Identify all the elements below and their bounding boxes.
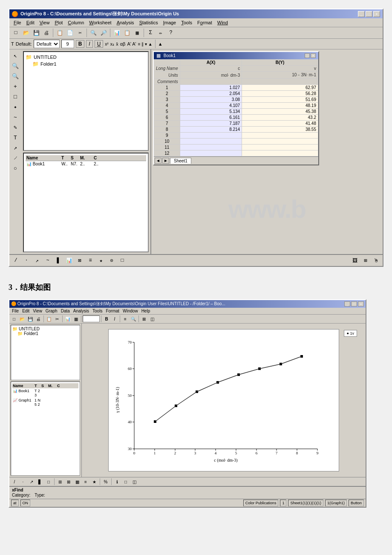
stb-table[interactable]: ▦ [72,315,80,323]
stb-bold[interactable]: B [103,315,110,323]
cell-a6[interactable]: 6.161 [180,115,242,121]
sheet1-tab[interactable]: Sheet1 [170,158,191,164]
copy-button[interactable]: 📋 [55,28,64,38]
stb-align[interactable]: ≡ [121,315,129,323]
close-button[interactable]: × [373,11,380,17]
menu-edit[interactable]: Edit [24,19,37,26]
stb-extra1[interactable]: ⊠ [140,315,148,323]
book-close[interactable]: × [311,53,316,58]
menu-worksheet[interactable]: Worksheet [86,19,114,26]
cell-b4[interactable]: 48.19 [242,103,318,109]
long-name-b[interactable]: v [242,66,318,72]
col-b-header[interactable]: B(Y) [242,60,318,66]
new-button[interactable]: □ [11,28,20,38]
sl-row-graph1[interactable]: 📈 Graph1 1 N 5 2 [12,398,78,407]
sbt-line[interactable]: / [11,478,18,486]
menu-format[interactable]: Format [195,19,215,26]
save-button[interactable]: 💾 [32,28,41,38]
arrow-tool[interactable]: ↗ [11,143,20,153]
folder1-item[interactable]: 📁 Folder1 [26,61,146,67]
sm-graph[interactable]: Graph [44,308,59,314]
cell-b1[interactable]: 62.97 [242,85,318,91]
sm-help[interactable]: Help [140,308,152,314]
menu-plot[interactable]: Plot [52,19,65,26]
rect-tool[interactable]: □ [11,92,20,101]
zoom-in-button[interactable]: 🔍 [89,28,98,38]
sl-row-book1[interactable]: 📊 Book1 T 2 3 [12,388,78,398]
menu-view[interactable]: View [37,19,52,26]
sw-min[interactable]: _ [344,301,350,306]
cell-a11[interactable] [180,145,242,150]
menu-window[interactable]: Wind [215,19,231,26]
bt-right2[interactable]: ⊞ [361,256,370,265]
cell-a2[interactable]: 2.054 [180,91,242,97]
cell-a8[interactable]: 8.214 [180,127,242,133]
stb-italic[interactable]: I [111,315,118,323]
restore-button[interactable]: □ [366,11,372,17]
sw-root[interactable]: 📁 UNTITLED [12,327,78,331]
cell-b7[interactable]: 41.48 [242,121,318,127]
draw-tool[interactable]: ✎ [11,123,20,132]
cell-b8[interactable]: 38.55 [242,127,318,133]
line-tool[interactable]: ⟋ [11,153,20,163]
cut-button[interactable]: ✂ [75,28,85,38]
help-button[interactable]: ? [166,28,176,38]
cell-a4[interactable]: 4.107 [180,103,242,109]
stb-extra2[interactable]: ◫ [148,315,156,323]
bt-circle[interactable]: ⊙ [107,256,116,265]
bt-bar[interactable]: ▋ [54,256,63,265]
list-row[interactable]: 📊 Book1 W.. N7. 2.. 2.. [26,161,146,167]
sbt-r2[interactable]: ⊠ [65,478,72,486]
stb-print[interactable]: 🖨 [35,315,42,323]
open-button[interactable]: 📂 [21,28,31,38]
project-root[interactable]: 📁 UNTITLED [26,54,146,61]
sm-format[interactable]: Format [104,308,121,314]
sm-analysis[interactable]: Analysis [72,308,91,314]
menu-file[interactable]: File [11,19,24,26]
cell-b9[interactable] [242,133,318,139]
sheet-prev-button[interactable]: ◀ [155,158,161,164]
sw-close[interactable]: × [358,301,364,306]
sm-file[interactable]: File [10,308,20,314]
pointer-tool[interactable]: ↖ [11,51,20,61]
menu-tools[interactable]: Tools [179,19,195,26]
units-b[interactable]: 10－3N· m-1 [242,72,318,79]
cell-b3[interactable]: 51.69 [242,97,318,103]
italic-button[interactable]: I [86,40,92,48]
bt-right1[interactable]: 🖼 [350,256,360,265]
cell-a9[interactable] [180,133,242,139]
sbt-r1[interactable]: ⊞ [56,478,64,486]
col-a-header[interactable]: A(X) [180,60,242,66]
units-a[interactable]: mol· dm-3 [180,72,242,79]
bt-box[interactable]: ⊠ [75,256,84,265]
cell-b6[interactable]: 43.2 [242,115,318,121]
script-button[interactable]: ✏ [156,28,165,38]
cell-b5[interactable]: 45.38 [242,109,318,115]
stb-copy[interactable]: 📋 [45,315,53,323]
cell-b2[interactable]: 56.28 [242,91,318,97]
bt-curve[interactable]: ~ [43,256,52,265]
bt-dot[interactable]: · [22,256,31,265]
minimize-button[interactable]: _ [358,11,365,17]
font-selector[interactable]: Default [34,40,60,48]
comments-b[interactable] [242,79,318,85]
graph-button[interactable]: 📊 [112,28,121,38]
ellipse-tool[interactable]: ○ [11,164,20,173]
stb-open[interactable]: 📂 [18,315,26,323]
color-button[interactable]: ▲ [158,41,163,46]
sbt-r3[interactable]: ▦ [73,478,81,486]
zoom-tool[interactable]: 🔍 [11,61,20,71]
sw-folder1[interactable]: 📁 Folder1 [12,331,78,336]
sm-window[interactable]: Window [121,308,140,314]
bt-square[interactable]: □ [118,256,127,265]
bt-right3[interactable]: 🖱 [372,256,381,265]
sbt-arrow[interactable]: ↗ [28,478,35,486]
print-button[interactable]: 🖨 [42,28,51,38]
cell-a1[interactable]: 1.027 [180,85,242,91]
cell-a12[interactable] [180,150,242,156]
sbt-chart[interactable]: □ [45,478,52,486]
sm-edit[interactable]: Edit [20,308,31,314]
move-tool[interactable]: ✦ [11,102,20,112]
underline-button[interactable]: U [95,40,104,48]
stb-cut[interactable]: ✂ [53,315,61,323]
